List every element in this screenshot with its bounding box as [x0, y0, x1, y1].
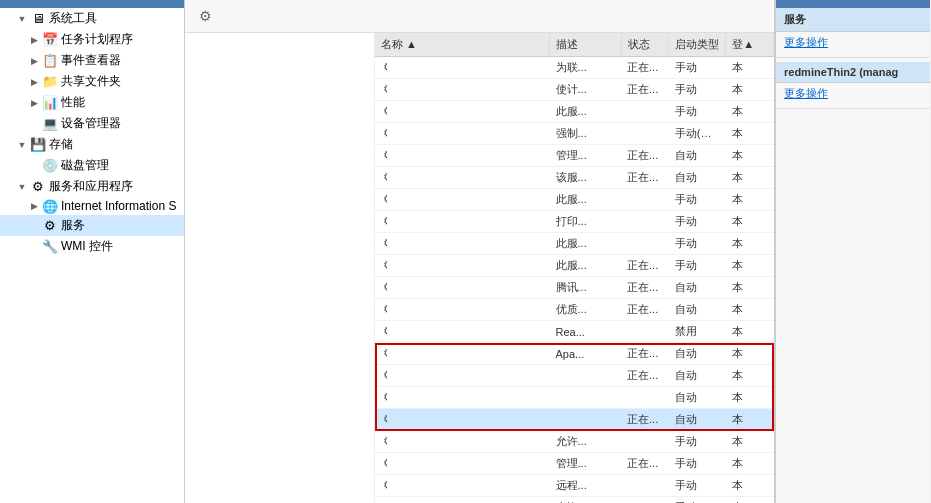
- table-row[interactable]: ⚙Printer Extensions and N...此服...手动本: [375, 189, 774, 211]
- sidebar-item-services-apps[interactable]: ▼⚙服务和应用程序: [0, 176, 184, 197]
- table-row[interactable]: ⚙PimIndexMaintenanceSvc...为联...正在...手动本: [375, 57, 774, 79]
- service-status: 正在...: [621, 453, 669, 475]
- folder-icon-disk-management: 💿: [42, 159, 58, 173]
- table-row[interactable]: ⚙Plug and Play使计...正在...手动本: [375, 79, 774, 101]
- expand-icon-event-viewer[interactable]: ▶: [28, 55, 40, 67]
- service-start-type: 手动: [669, 431, 726, 453]
- expand-icon-device-manager[interactable]: [28, 118, 40, 130]
- table-row[interactable]: ⚙Remote Access Auto Conf...允许...手动本: [375, 431, 774, 453]
- sidebar-item-task-scheduler[interactable]: ▶📅任务计划程序: [0, 29, 184, 50]
- folder-icon-event-viewer: 📋: [42, 54, 58, 68]
- service-gear-icon: ⚙: [381, 148, 387, 162]
- expand-icon-internet-info[interactable]: ▶: [28, 200, 40, 212]
- service-start-type: 自动: [669, 167, 726, 189]
- expand-icon-wmi[interactable]: [28, 241, 40, 253]
- service-gear-icon: ⚙: [381, 368, 387, 382]
- right-action-link[interactable]: 更多操作: [776, 32, 930, 53]
- right-action-link[interactable]: 更多操作: [776, 83, 930, 104]
- table-row[interactable]: ⚙PrintWorkflowUserSvc_59...打印...手动本: [375, 211, 774, 233]
- service-start-type: 自动: [669, 299, 726, 321]
- service-gear-icon: ⚙: [381, 324, 387, 338]
- table-row[interactable]: ⚙Print Spooler该服...正在...自动本: [375, 167, 774, 189]
- expand-icon-disk-management[interactable]: [28, 160, 40, 172]
- col-status[interactable]: 状态: [621, 33, 669, 57]
- service-desc: Rea...: [550, 321, 621, 343]
- service-login: 本: [726, 387, 774, 409]
- service-desc: 使计...: [550, 79, 621, 101]
- service-desc: [550, 387, 621, 409]
- service-start-type: 手动: [669, 255, 726, 277]
- sidebar-item-disk-management[interactable]: 💿磁盘管理: [0, 155, 184, 176]
- service-gear-icon: ⚙: [381, 60, 387, 74]
- service-table-container[interactable]: 名称 ▲ 描述 状态 启动类型 登▲ ⚙PimIndexMaintenanceS…: [375, 33, 774, 503]
- service-gear-icon: ⚙: [381, 126, 387, 140]
- service-desc: [550, 365, 621, 387]
- expand-icon-task-scheduler[interactable]: ▶: [28, 34, 40, 46]
- service-status: 正在...: [621, 343, 669, 365]
- sidebar-item-event-viewer[interactable]: ▶📋事件查看器: [0, 50, 184, 71]
- table-row[interactable]: ⚙PNRP Machine Name Pu...此服...手动本: [375, 101, 774, 123]
- search-icon: ⚙: [195, 6, 215, 26]
- service-status: [621, 189, 669, 211]
- table-row[interactable]: ⚙Program Compatibility A...此服...正在...手动本: [375, 255, 774, 277]
- col-desc[interactable]: 描述: [550, 33, 621, 57]
- table-row[interactable]: ⚙QPCore Service腾讯...正在...自动本: [375, 277, 774, 299]
- service-gear-icon: ⚙: [381, 478, 387, 492]
- sidebar-item-shared-folders[interactable]: ▶📁共享文件夹: [0, 71, 184, 92]
- expand-icon-performance[interactable]: ▶: [28, 97, 40, 109]
- sidebar-item-internet-info[interactable]: ▶🌐Internet Information S: [0, 197, 184, 215]
- right-section-subtitle: 服务: [776, 8, 930, 32]
- service-start-type: 自动: [669, 343, 726, 365]
- table-row[interactable]: ⚙Remote Desktop Configu...远程...手动本: [375, 475, 774, 497]
- expand-icon-storage[interactable]: ▼: [16, 139, 28, 151]
- service-login: 本: [726, 57, 774, 79]
- sidebar-item-system-tools[interactable]: ▼🖥系统工具: [0, 8, 184, 29]
- right-divider: [776, 57, 930, 58]
- col-name[interactable]: 名称 ▲: [375, 33, 550, 57]
- service-gear-icon: ⚙: [381, 258, 387, 272]
- table-row[interactable]: ⚙redmineThin1 (managed ...自动本: [375, 387, 774, 409]
- table-row[interactable]: ⚙Remote Desktop Services允许...手动本: [375, 497, 774, 504]
- table-row[interactable]: ⚙Power管理...正在...自动本: [375, 145, 774, 167]
- service-desc: 此服...: [550, 101, 621, 123]
- col-login[interactable]: 登▲: [726, 33, 774, 57]
- service-desc: 允许...: [550, 497, 621, 504]
- service-desc: 允许...: [550, 431, 621, 453]
- service-gear-icon: ⚙: [381, 82, 387, 96]
- service-start-type: 自动: [669, 409, 726, 431]
- expand-icon-shared-folders[interactable]: ▶: [28, 76, 40, 88]
- table-row[interactable]: ⚙redmineMySQL正在...自动本: [375, 365, 774, 387]
- table-row[interactable]: ⚙Remote Access Connectio...管理...正在...手动本: [375, 453, 774, 475]
- service-status: [621, 387, 669, 409]
- sidebar-item-wmi[interactable]: 🔧WMI 控件: [0, 236, 184, 257]
- service-gear-icon: ⚙: [381, 390, 387, 404]
- sidebar-label-services-apps: 服务和应用程序: [49, 178, 133, 195]
- table-row[interactable]: ⚙Realtek Audio Universal...Rea...禁用本: [375, 321, 774, 343]
- sidebar-item-storage[interactable]: ▼💾存储: [0, 134, 184, 155]
- right-divider: [776, 108, 930, 109]
- table-row[interactable]: ⚙Problem Reports and Sol...此服...手动本: [375, 233, 774, 255]
- table-row[interactable]: ⚙Quality Windows Audio V...优质...正在...自动本: [375, 299, 774, 321]
- table-wrapper: 名称 ▲ 描述 状态 启动类型 登▲ ⚙PimIndexMaintenanceS…: [375, 33, 774, 503]
- col-start[interactable]: 启动类型: [669, 33, 726, 57]
- expand-icon-system-tools[interactable]: ▼: [16, 13, 28, 25]
- folder-icon-internet-info: 🌐: [42, 199, 58, 213]
- sidebar-item-performance[interactable]: ▶📊性能: [0, 92, 184, 113]
- table-row[interactable]: ⚙redmineApacheApa...正在...自动本: [375, 343, 774, 365]
- expand-icon-services[interactable]: [28, 220, 40, 232]
- service-login: 本: [726, 453, 774, 475]
- sidebar-label-performance: 性能: [61, 94, 85, 111]
- service-gear-icon: ⚙: [381, 456, 387, 470]
- sidebar-item-services[interactable]: ⚙服务: [0, 215, 184, 236]
- service-status: 正在...: [621, 255, 669, 277]
- service-info-panel: [185, 33, 375, 503]
- table-row[interactable]: ⚙Portable Device Enumera...强制...手动(触发...…: [375, 123, 774, 145]
- folder-icon-services: ⚙: [42, 219, 58, 233]
- service-desc: 此服...: [550, 189, 621, 211]
- table-row[interactable]: ⚙redmineThin2 (managed ...正在...自动本: [375, 409, 774, 431]
- service-status: [621, 431, 669, 453]
- service-desc: 管理...: [550, 453, 621, 475]
- expand-icon-services-apps[interactable]: ▼: [16, 181, 28, 193]
- service-start-type: 自动: [669, 387, 726, 409]
- sidebar-item-device-manager[interactable]: 💻设备管理器: [0, 113, 184, 134]
